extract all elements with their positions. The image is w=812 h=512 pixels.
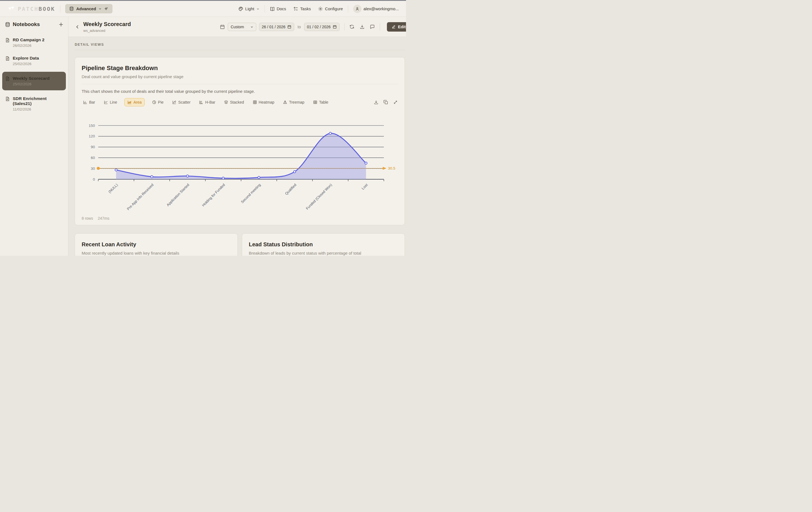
- notebook-title: RD Campaign 2: [13, 37, 45, 43]
- avatar: [353, 5, 361, 13]
- pencil-icon: [392, 25, 396, 29]
- calendar-icon: [287, 25, 291, 29]
- chart-footer: 8 rows 247ms: [82, 216, 398, 220]
- svg-text:Holding for Funded: Holding for Funded: [201, 183, 226, 208]
- chart-type-area[interactable]: Area: [124, 98, 145, 106]
- workspace-label: Advanced: [76, 6, 96, 11]
- svg-text:Funded (Closed Won): Funded (Closed Won): [305, 183, 333, 211]
- pipeline-area-chart: 030609012015030.5(NULL)Pre App Info Rece…: [82, 110, 397, 216]
- docs-link[interactable]: Docs: [270, 6, 286, 11]
- tasks-list-icon: [293, 6, 298, 11]
- date-to-input[interactable]: 01 / 02 / 2026: [304, 23, 340, 31]
- card-title: Recent Loan Activity: [82, 241, 231, 248]
- page-header: Weekly Scorecard ws_advanced Custom 26 /…: [68, 17, 406, 37]
- card-title: Pipeline Stage Breakdown: [82, 64, 398, 72]
- sidebar-item-weekly-scorecard[interactable]: Weekly Scorecard 25/02/2026: [2, 72, 66, 90]
- chart-type-heatmap[interactable]: Heatmap: [251, 98, 276, 106]
- bar-chart-icon: [83, 100, 87, 104]
- gear-icon: [318, 6, 323, 11]
- date-range-preset-select[interactable]: Custom: [228, 23, 256, 31]
- notebook-date: 26/02/2026: [13, 44, 45, 48]
- treemap-icon: [283, 100, 287, 104]
- topbar-nav: Light Docs Tasks Configure: [238, 5, 399, 13]
- chart-download-button[interactable]: [374, 100, 379, 105]
- comment-button[interactable]: [370, 24, 375, 29]
- chart-type-bar[interactable]: Bar: [82, 98, 96, 106]
- add-notebook-button[interactable]: [58, 22, 64, 27]
- chart-expand-button[interactable]: [393, 100, 398, 105]
- topbar: PATCHBOOK Advanced Light Doc: [0, 1, 406, 17]
- date-from-input[interactable]: 26 / 01 / 2026: [259, 23, 294, 31]
- divider: [344, 23, 345, 30]
- content: DETAIL VIEWS Pipeline Stage Breakdown De…: [68, 37, 406, 256]
- calendar-icon: [220, 24, 225, 29]
- page-subtitle: ws_advanced: [83, 29, 131, 33]
- notebook-date: 11/02/2026: [13, 107, 63, 111]
- sidebar-item-rd-campaign-2[interactable]: RD Campaign 2 26/02/2026: [2, 35, 66, 50]
- svg-text:30.5: 30.5: [388, 166, 395, 170]
- bird-logo-icon: [7, 6, 15, 12]
- card-subtitle: Deal count and value grouped by current …: [82, 74, 398, 79]
- calendar-icon: [333, 25, 337, 29]
- refresh-button[interactable]: [349, 24, 354, 29]
- scatter-chart-icon: [172, 100, 177, 104]
- workspace-selector-button[interactable]: Advanced: [65, 4, 112, 13]
- area-chart-icon: [127, 100, 132, 104]
- to-label: to: [297, 25, 301, 29]
- file-text-icon: [5, 97, 10, 111]
- chart-copy-button[interactable]: [383, 100, 388, 105]
- chart-type-scatter[interactable]: Scatter: [171, 98, 192, 106]
- chevron-down-icon: [98, 7, 102, 10]
- chart-type-treemap[interactable]: Treemap: [282, 98, 306, 106]
- line-chart-icon: [104, 100, 108, 104]
- divider: [380, 23, 380, 30]
- recent-loan-activity-card: Recent Loan Activity Most recently updat…: [75, 233, 238, 256]
- configure-link[interactable]: Configure: [318, 6, 343, 11]
- sidebar: Notebooks RD Campaign 2 26/02/2026: [0, 17, 68, 256]
- chevron-down-icon: [250, 25, 254, 29]
- svg-text:120: 120: [89, 134, 95, 138]
- app-logo-text: PATCHBOOK: [18, 5, 55, 12]
- svg-text:150: 150: [89, 124, 95, 128]
- chart-type-line[interactable]: Line: [103, 98, 118, 106]
- chart-description: This chart shows the count of deals and …: [82, 89, 398, 93]
- docs-label: Docs: [277, 6, 286, 11]
- notebook-title: Explore Data: [13, 56, 39, 61]
- file-text-icon: [5, 38, 10, 48]
- edit-button[interactable]: Edit: [387, 22, 406, 32]
- tasks-link[interactable]: Tasks: [293, 6, 311, 11]
- file-text-icon: [5, 56, 10, 66]
- page-header-controls: Custom 26 / 01 / 2026 to 01 / 02 / 2026: [220, 22, 406, 32]
- tasks-label: Tasks: [300, 6, 311, 11]
- book-open-icon: [270, 6, 275, 11]
- date-to-value: 01 / 02 / 2026: [307, 25, 331, 29]
- theme-toggle[interactable]: Light: [238, 6, 260, 11]
- svg-text:Application Started: Application Started: [166, 183, 190, 207]
- back-button[interactable]: [73, 23, 82, 30]
- sidebar-item-explore-data[interactable]: Explore Data 25/02/2026: [2, 53, 66, 68]
- user-menu[interactable]: alex@workingmo...: [353, 5, 399, 13]
- pipeline-stage-card: Pipeline Stage Breakdown Deal count and …: [75, 57, 405, 225]
- configure-label: Configure: [325, 6, 343, 11]
- user-email: alex@workingmo...: [364, 6, 399, 11]
- notebook-date: 25/02/2026: [13, 82, 50, 86]
- chart-type-hbar[interactable]: H-Bar: [198, 98, 217, 106]
- palette-icon: [238, 6, 243, 11]
- download-button[interactable]: [359, 24, 365, 29]
- database-icon: [5, 22, 10, 27]
- sidebar-item-sdr-enrichment[interactable]: SDR Enrichment (Sales21) 11/02/2026: [2, 94, 66, 114]
- chevron-down-icon: [256, 7, 260, 10]
- svg-text:Qualified: Qualified: [284, 183, 297, 196]
- chart-area: 030609012015030.5(NULL)Pre App Info Rece…: [82, 110, 398, 216]
- svg-text:0: 0: [93, 177, 95, 182]
- chart-type-table[interactable]: Table: [312, 98, 329, 106]
- sparkles-icon: [104, 7, 109, 11]
- file-text-icon: [5, 76, 10, 86]
- query-time: 247ms: [98, 216, 109, 220]
- chart-type-stacked[interactable]: Stacked: [223, 98, 245, 106]
- svg-text:Lost: Lost: [361, 183, 369, 190]
- card-divider: [82, 84, 398, 84]
- chart-type-pie[interactable]: Pie: [150, 98, 165, 106]
- hbar-chart-icon: [199, 100, 203, 104]
- card-title: Lead Status Distribution: [249, 241, 398, 248]
